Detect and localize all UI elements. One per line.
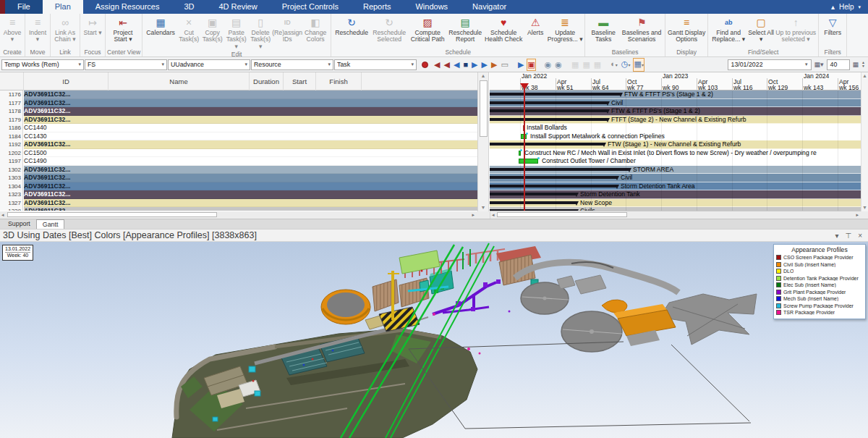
table-row[interactable]: ADV36911C32...- FTW (Stage 1) - New Chan… <box>24 140 477 149</box>
gantt-row[interactable]: Construct New RC / Mech Wall in Exist In… <box>490 149 861 158</box>
filter-combo-temp-works-rem[interactable]: Temp Works (Rem)▾ <box>1 59 84 70</box>
ribbon-button-reschedule-report[interactable]: ▤Reschedule Report <box>447 14 483 48</box>
play-button[interactable]: ▶ <box>472 59 477 70</box>
tab-project-controls[interactable]: Project Controls <box>270 0 351 14</box>
gantt-vertical-scrollbar[interactable]: ▲ ▼ <box>861 72 868 211</box>
current-date-marker[interactable] <box>520 83 529 90</box>
snapshot-3-button[interactable]: ▦ <box>594 59 601 70</box>
3d-scene[interactable] <box>0 242 868 438</box>
table-row[interactable]: CC1490Construct Outlet Tower / Chamber21… <box>24 157 477 166</box>
table-row[interactable]: ADV36911C32...- FTFT (Stage 2) - New Cha… <box>24 116 477 125</box>
table-row[interactable]: CC1430Install Support Metalwork & connec… <box>24 132 477 141</box>
viewport-menu-icon[interactable]: ▾ <box>835 232 838 240</box>
filter-combo-resource[interactable]: Resource▾ <box>251 59 333 70</box>
skip-to-start-button[interactable]: ◀ <box>434 59 440 70</box>
tab-4d-review[interactable]: 4D Review <box>206 0 269 14</box>
ribbon-button-calendars[interactable]: ▦Calendars <box>144 14 177 50</box>
contrast-button[interactable]: ◐▾ <box>610 59 618 71</box>
ribbon-button-schedule-health-check[interactable]: ♥Schedule Health Check <box>483 14 524 48</box>
gantt-horizontal-scrollbar[interactable]: ◂ ▸ <box>490 211 861 219</box>
column-header-start[interactable]: Start <box>284 72 316 90</box>
clock-button[interactable]: ◷▾ <box>621 59 631 71</box>
tab-plan[interactable]: Plan <box>43 0 83 14</box>
tab-reports[interactable]: Reports <box>351 0 404 14</box>
column-header-name[interactable]: Name <box>109 72 250 90</box>
close-icon[interactable]: × <box>858 232 862 240</box>
filter-combo-uuadvance[interactable]: UUadvance▾ <box>168 59 250 70</box>
ribbon-button-baselines-and-scenarios[interactable]: ⚑Baselines and Scenarios <box>620 14 663 48</box>
play-marker-button[interactable]: ▶ <box>518 59 524 70</box>
gantt-row[interactable]: Storm Detention Tank <box>490 190 861 199</box>
tab-navigator[interactable]: Navigator <box>460 0 519 14</box>
focus-date-field[interactable]: 13/01/2022▾ <box>728 59 812 70</box>
gantt-row[interactable]: FTW & FTFT PS's (Stage 1 & 2) <box>490 107 861 116</box>
ribbon-button-find-and-replace[interactable]: abFind and Replace... ▾ <box>710 14 747 48</box>
ribbon-button-filters[interactable]: ▽Filters <box>820 14 845 48</box>
week-field[interactable]: 40 <box>827 59 850 70</box>
table-row[interactable]: ADV36911C32...- Storm Detention Tank Are… <box>24 182 477 191</box>
ribbon-button-baseline-tasks[interactable]: ▬Baseline Tasks <box>587 14 620 48</box>
help-dropdown-icon[interactable]: ▾ <box>858 0 861 14</box>
table-row[interactable]: ADV36911C32...- STORM AREA305d22/07/2021… <box>24 166 477 174</box>
table-row[interactable]: CC1440Install Bollards2d13/01/202214/01/… <box>24 124 477 132</box>
snapshot-1-button[interactable]: ▦ <box>571 59 579 70</box>
gantt-row[interactable]: Install Bollards <box>490 124 861 132</box>
column-header-duration[interactable]: Duration <box>250 72 284 90</box>
gantt-row[interactable]: STORM AREA <box>490 166 861 174</box>
ribbon-button-alerts[interactable]: ⚠Alerts <box>524 14 547 48</box>
gantt-row[interactable]: FTW & FTFT PS's (Stage 1 & 2) <box>490 90 861 99</box>
help-button[interactable]: Help <box>839 0 854 14</box>
table-horizontal-scrollbar[interactable]: ◂ ▸ <box>0 211 477 219</box>
record-button[interactable] <box>422 62 428 68</box>
filter-combo-task[interactable]: Task▾ <box>334 59 417 70</box>
table-row[interactable]: ADV36911C32...- Civil244d20/08/202111/08… <box>24 99 477 108</box>
ribbon-button-update-progress[interactable]: ≣Update Progress... ▾ <box>547 14 583 48</box>
gantt-row[interactable]: Install Support Metalwork & connection P… <box>490 132 861 141</box>
pane-tab-support[interactable]: Support <box>2 219 36 229</box>
ribbon-button-compute-critical-path[interactable]: ▨Compute Critical Path <box>408 14 447 48</box>
loop-button[interactable]: ▭ <box>501 59 508 70</box>
column-header-finish[interactable]: Finish <box>316 72 362 90</box>
column-header-id[interactable]: ID <box>24 72 109 90</box>
tab-windows[interactable]: Windows <box>403 0 460 14</box>
ribbon-button-select-all[interactable]: ▢Select All ▾ <box>747 14 775 48</box>
table-row[interactable]: ADV36911C32...- Civil282d22/07/202106/09… <box>24 174 477 182</box>
record-window-button[interactable]: ▣ <box>527 59 535 70</box>
gantt-row[interactable]: Storm Detention Tank Area <box>490 182 861 191</box>
previous-keyframe-button[interactable]: ◀ <box>443 59 449 70</box>
camera-a-button[interactable]: ◉ <box>545 59 552 70</box>
date-picker-icon[interactable]: ▦▾ <box>814 61 824 68</box>
table-vertical-scrollbar[interactable]: ▲ ▼ <box>477 72 489 211</box>
tab-file[interactable]: File <box>5 0 43 14</box>
collapse-ribbon-icon[interactable]: ▴ <box>831 0 835 14</box>
gantt-row[interactable]: Civil <box>490 174 861 182</box>
gantt-row[interactable]: FTFT (Stage 2) - New Channel & Existing … <box>490 116 861 125</box>
camera-b-button[interactable]: ◉ <box>555 59 562 70</box>
calculator-icon[interactable]: ▦ <box>853 61 859 68</box>
calendar-mode-button[interactable]: ▦▾ <box>634 59 643 71</box>
skip-to-end-button[interactable]: ▶ <box>491 59 497 70</box>
tab-assign-resources[interactable]: Assign Resources <box>83 0 172 14</box>
table-row[interactable]: ADV36911C32...- Storm Detention Tank208d… <box>24 190 477 199</box>
ribbon-button-gantt-display-options[interactable]: ≡Gantt Display Options <box>667 14 706 48</box>
table-row[interactable]: CC1500Construct New RC / Mech Wall in Ex… <box>24 149 477 158</box>
next-keyframe-button[interactable]: ▶ <box>482 59 488 70</box>
gantt-row[interactable]: FTW (Stage 1) - New Channel & Existing R… <box>490 140 861 149</box>
table-row[interactable]: ADV36911C32...- FTW & FTFT PS's (Stage 1… <box>24 107 477 116</box>
table-row[interactable]: ADV36911C32...- Civils195d10/08/202123/0… <box>24 207 477 211</box>
table-row[interactable]: ADV36911C32...- New Scope195d10/08/20212… <box>24 199 477 208</box>
ribbon-button-project-start[interactable]: ⇤Project Start ▾ <box>107 14 139 48</box>
stop-button[interactable]: ■ <box>463 59 468 70</box>
gantt-row[interactable]: New Scope <box>490 199 861 208</box>
row-number-header[interactable] <box>0 72 24 90</box>
play-backward-button[interactable]: ◀ <box>454 59 459 70</box>
gantt-row[interactable]: Construct Outlet Tower / Chamber <box>490 157 861 166</box>
pin-icon[interactable]: ⊤ <box>845 232 851 240</box>
tab-3d[interactable]: 3D <box>171 0 206 14</box>
gantt-row[interactable]: Civil <box>490 99 861 108</box>
week-spinner[interactable]: ▲▼ <box>861 61 865 68</box>
pane-tab-gantt[interactable]: Gantt <box>36 219 65 229</box>
gantt-chart[interactable]: Jan 2022Jan 2023Jan 2024AprJulOctAprJulO… <box>490 72 861 211</box>
table-row[interactable]: ADV36911C32...- FTW & FTFT PS's (Stage 1… <box>24 90 477 99</box>
filter-combo-fs[interactable]: FS▾ <box>85 59 167 70</box>
